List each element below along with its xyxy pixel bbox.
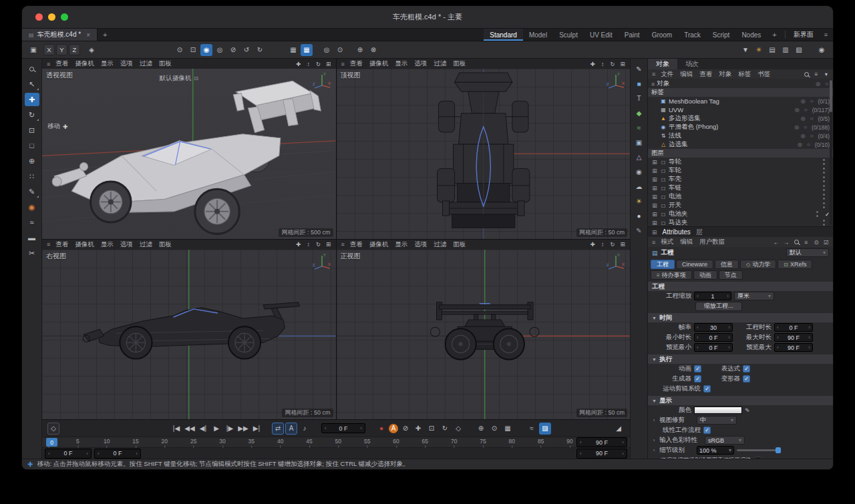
search-icon[interactable] <box>792 238 801 246</box>
expand-icon[interactable]: ⊞ <box>651 185 658 192</box>
pan-view-icon[interactable]: ✚ <box>588 240 597 249</box>
camera-label[interactable]: 默认摄像机 ⊡ <box>160 74 198 83</box>
coordinate-system-icon[interactable]: ◈ <box>86 44 98 56</box>
object-row[interactable]: ⊞□电池 <box>648 192 833 201</box>
viewport-front[interactable]: ≡ 查看摄像机显示选项过滤面板 ✚↕↻⊞ <box>337 240 631 420</box>
panel-tab-1[interactable]: 场次 <box>677 59 707 69</box>
preview-min-field[interactable]: ‹0 F› <box>694 343 733 352</box>
search-icon[interactable] <box>802 70 811 79</box>
object-row[interactable]: ⊞□车轮 <box>648 166 833 175</box>
pan-view-icon[interactable]: ✚ <box>294 59 303 68</box>
render-region-icon[interactable]: ✳ <box>753 44 765 56</box>
zoom-button[interactable] <box>61 13 68 21</box>
primitive-cube-icon[interactable]: ■ <box>633 77 646 89</box>
project-time-field[interactable]: ‹0 F› <box>774 323 813 332</box>
axis-gizmo[interactable]: Y X Z <box>606 252 626 272</box>
snap-mode-icon[interactable]: ⊙ <box>334 44 346 56</box>
solo-icon[interactable]: ○ <box>824 81 830 87</box>
viewport-menu-3[interactable]: 选项 <box>411 240 430 249</box>
om-menu-0[interactable]: 文件 <box>657 70 677 79</box>
tab-xrefs[interactable]: ⊡XRefs <box>778 260 812 269</box>
rotate-icon[interactable]: ↻ <box>25 108 39 121</box>
pin-icon[interactable]: ☑ <box>822 238 831 246</box>
play-icon[interactable]: ▶ <box>210 423 222 435</box>
record-keyframe-icon[interactable]: ● <box>377 424 386 433</box>
generators-checkbox[interactable] <box>694 375 701 383</box>
viewport-menu-icon[interactable]: ≡ <box>45 61 52 67</box>
timeline-end-field[interactable]: ‹90 F› <box>576 437 627 447</box>
new-interface-button[interactable]: 新界面 <box>788 29 819 41</box>
tab-1[interactable]: 动画 <box>693 270 717 280</box>
pen-icon[interactable]: ✎ <box>25 185 39 198</box>
viewport-menu-0[interactable]: 查看 <box>347 59 366 68</box>
panel-icon[interactable]: ⊞ <box>652 229 657 236</box>
visibility-dots[interactable] <box>823 202 825 208</box>
tag-group-row[interactable]: 标签 <box>648 88 833 97</box>
om-menu-2[interactable]: 查看 <box>696 70 715 79</box>
layout-tab-sculpt[interactable]: Sculpt <box>553 29 584 41</box>
viewport-canvas-right[interactable]: 右视图 Y X Z 网格间距 : 50 cm <box>42 250 336 420</box>
point-mode-icon[interactable]: ∷ <box>25 170 39 183</box>
lod-slider-knob[interactable] <box>776 447 781 453</box>
tag-row[interactable]: ▦UVW◎○(0/117) <box>648 105 833 114</box>
timeline-grid-icon[interactable]: ▦ <box>502 423 514 435</box>
viewport-menu-3[interactable]: 选项 <box>411 59 430 68</box>
tab-3[interactable]: ◇动力学 <box>740 260 776 269</box>
viewport-menu-icon[interactable]: ≡ <box>339 241 347 248</box>
record-rotation-icon[interactable]: ↻ <box>439 423 451 435</box>
solo-icon[interactable]: ○ <box>809 133 815 139</box>
object-root-row[interactable]: ≡对象◎○ <box>648 79 833 88</box>
orbit-view-icon[interactable]: ↻ <box>608 240 617 249</box>
field-icon[interactable]: △ <box>633 151 646 163</box>
viewport-menu-3[interactable]: 选项 <box>117 59 136 68</box>
new-document-tab-button[interactable]: + <box>98 29 112 41</box>
expand-icon[interactable]: ⊞ <box>651 211 658 218</box>
color-palette-icon[interactable]: ◉ <box>25 200 39 214</box>
deformer-icon[interactable]: ≈ <box>633 121 646 134</box>
viewport-canvas-front[interactable]: 正视图 Y X Z 网格间距 : 50 cm <box>337 250 631 420</box>
expand-icon[interactable]: ⊞ <box>651 220 658 226</box>
expressions-checkbox[interactable] <box>743 365 750 372</box>
tag-row[interactable]: ▲多边形选集◎○(0/5) <box>648 114 833 123</box>
camera-icon[interactable]: ◉ <box>633 166 646 178</box>
attr-menu-1[interactable]: 编辑 <box>677 238 696 246</box>
close-button[interactable] <box>35 13 43 21</box>
expand-icon[interactable]: ⊞ <box>651 159 658 166</box>
history-forward-icon[interactable]: → <box>782 238 791 246</box>
frame-selection-icon[interactable]: □ <box>25 139 39 152</box>
tag-row[interactable]: △边选集◎○(0/10) <box>648 140 833 149</box>
goto-end-icon[interactable]: ▶| <box>250 423 263 435</box>
tab-0[interactable]: ≡待办事项 <box>651 270 692 280</box>
add-layout-button[interactable]: + <box>767 29 782 41</box>
autokey-icon[interactable]: A <box>285 423 297 435</box>
lod-slider[interactable] <box>737 449 781 451</box>
object-row[interactable]: ⊞□马达夹 <box>648 218 833 226</box>
viewport-canvas-perspective[interactable]: 透视视图 默认摄像机 ⊡ 移动 ✚ Y <box>42 69 336 239</box>
project-scale-unit-dropdown[interactable]: 厘米▾ <box>734 292 774 300</box>
viewport-menu-4[interactable]: 过滤 <box>136 59 156 68</box>
panel-tab-0[interactable]: 对象 <box>648 59 677 69</box>
snap-guides-icon[interactable]: ⊕ <box>354 44 366 56</box>
render-settings-icon[interactable]: ▧ <box>793 44 805 56</box>
collapse-icon[interactable]: ▼ <box>652 316 657 320</box>
dolly-view-icon[interactable]: ↕ <box>598 240 607 249</box>
viewport-menu-1[interactable]: 摄像机 <box>71 240 98 249</box>
om-menu-1[interactable]: 编辑 <box>677 70 696 79</box>
viewport-canvas-top[interactable]: 顶视图 Y X Z 网格间距 : 50 cm <box>337 69 631 239</box>
viewport-right[interactable]: ≡ 查看摄像机显示选项过滤面板 ✚↕↻⊞ <box>42 240 336 420</box>
collapse-icon[interactable]: ▼ <box>652 399 657 403</box>
collapse-icon[interactable]: ▼ <box>652 357 657 362</box>
pan-view-icon[interactable]: ✚ <box>294 240 303 249</box>
next-frame-icon[interactable]: |▶ <box>224 423 236 435</box>
filter-icon[interactable]: ≡ <box>802 238 811 246</box>
tab-0[interactable]: 工程 <box>651 260 675 269</box>
viewport-menu-5[interactable]: 面板 <box>450 240 469 249</box>
render-picture-viewer-icon[interactable]: ▤ <box>766 44 778 56</box>
motion-system-checkbox[interactable] <box>703 385 711 393</box>
viewport-menu-5[interactable]: 面板 <box>156 59 175 68</box>
viewport-menu-4[interactable]: 过滤 <box>430 59 450 68</box>
viewport-menu-0[interactable]: 查看 <box>52 59 71 68</box>
annotate-icon[interactable]: ✎ <box>633 224 646 236</box>
search-icon[interactable] <box>25 62 39 75</box>
view-clipping-dropdown[interactable]: 中▾ <box>697 416 737 425</box>
